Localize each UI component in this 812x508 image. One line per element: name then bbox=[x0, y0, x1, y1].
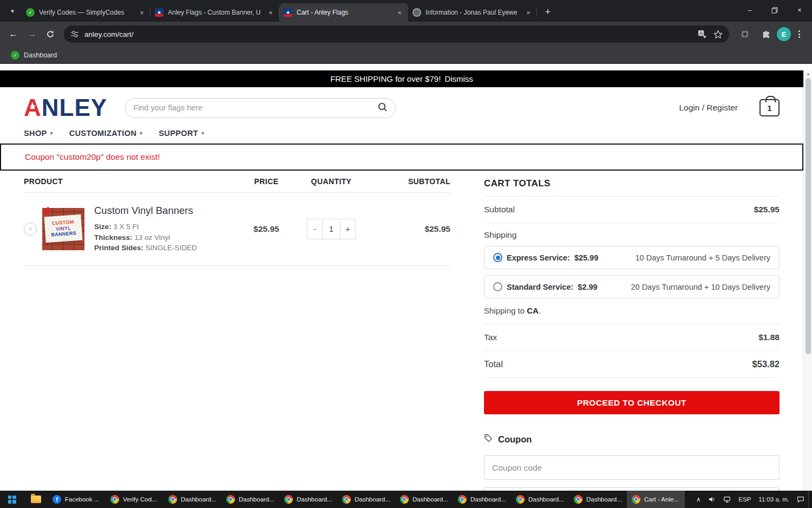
bookmark-dashboard[interactable]: ✓ Dashboard bbox=[6, 49, 61, 61]
close-icon[interactable]: × bbox=[266, 8, 275, 17]
new-tab-button[interactable]: + bbox=[540, 4, 555, 19]
qty-increase-button[interactable]: + bbox=[340, 219, 355, 239]
bookmark-star-icon[interactable] bbox=[713, 30, 723, 39]
taskbar-item-dashboard[interactable]: Dashboard... bbox=[337, 491, 395, 508]
logo-letters: NLEY bbox=[42, 94, 107, 121]
anley-logo[interactable]: ANLEY ★ bbox=[24, 96, 107, 120]
col-subtotal: SUBTOTAL bbox=[366, 177, 450, 186]
extensions-puzzle-icon[interactable] bbox=[756, 25, 775, 43]
cart-bag-icon[interactable]: 1 bbox=[759, 99, 780, 116]
qty-decrease-button[interactable]: - bbox=[307, 219, 322, 239]
page-scrollbar[interactable]: ▲ bbox=[803, 70, 812, 497]
show-desktop-strip[interactable] bbox=[808, 491, 812, 508]
product-details: Custom Vinyl Banners Size: 3 X 5 Ft Thic… bbox=[94, 205, 197, 253]
nav-item-shop[interactable]: SHOP ▾ bbox=[24, 129, 53, 138]
radio-selected-icon[interactable] bbox=[493, 253, 502, 262]
chrome-icon bbox=[458, 495, 467, 504]
product-image[interactable]: CUSTOM VINYL BANNERS bbox=[42, 208, 84, 250]
tag-icon bbox=[484, 434, 493, 445]
thumb-ribbon bbox=[42, 207, 51, 215]
anley-favicon: ★ bbox=[284, 8, 292, 17]
taskbar-item-dashboard[interactable]: Dashboard... bbox=[511, 491, 569, 508]
url-text[interactable]: anley.com/cart/ bbox=[84, 30, 134, 38]
close-icon[interactable]: × bbox=[524, 8, 533, 17]
scrollbar-thumb[interactable] bbox=[806, 78, 811, 354]
subtotal-row: Subtotal $25.95 bbox=[484, 196, 780, 223]
coupon-code-input[interactable] bbox=[484, 455, 780, 480]
tab-title: Information - Jonas Paul Eyewe bbox=[425, 9, 521, 16]
taskbar-item-facebook[interactable]: f Facebook ... bbox=[48, 491, 106, 508]
volume-icon[interactable] bbox=[704, 491, 719, 508]
file-explorer-button[interactable] bbox=[24, 491, 48, 508]
shipping-option-standard[interactable]: Standard Service: $2.99 20 Days Turnarou… bbox=[484, 275, 780, 298]
restore-button[interactable] bbox=[762, 0, 787, 21]
qty-value[interactable]: 1 bbox=[322, 219, 340, 239]
restore-icon bbox=[771, 7, 778, 14]
item-price: $25.95 bbox=[237, 224, 296, 234]
dismiss-link[interactable]: Dismiss bbox=[444, 74, 473, 83]
close-icon[interactable]: × bbox=[137, 8, 146, 17]
browser-toolbar: ← → anley.com/cart/ A E bbox=[0, 22, 812, 47]
tab-search-icon[interactable]: ▾ bbox=[5, 4, 19, 18]
close-window-button[interactable]: × bbox=[787, 0, 812, 21]
profile-avatar[interactable]: E bbox=[777, 27, 791, 41]
proceed-to-checkout-button[interactable]: PROCEED TO CHECKOUT bbox=[484, 391, 780, 414]
quantity-cell: - 1 + bbox=[296, 219, 366, 239]
reload-icon[interactable] bbox=[41, 25, 60, 43]
taskbar-item-verify-codes[interactable]: Verify Cod... bbox=[106, 491, 163, 508]
scroll-up-icon[interactable]: ▲ bbox=[806, 71, 810, 76]
translate-icon[interactable]: A bbox=[698, 30, 707, 39]
shipping-block: Shipping Express Service: $25.99 10 Days… bbox=[484, 223, 780, 324]
taskbar-item-dashboard[interactable]: Dashboard... bbox=[453, 491, 511, 508]
taskbar-item-cart-anley[interactable]: Cart - Anle... bbox=[627, 491, 685, 508]
windows-taskbar: f Facebook ... Verify Cod... Dashboard..… bbox=[0, 491, 812, 508]
page-viewport: FREE SHIPPING for over $79! Dismiss ANLE… bbox=[0, 70, 812, 497]
start-button[interactable] bbox=[0, 491, 24, 508]
radio-unselected-icon[interactable] bbox=[493, 282, 502, 291]
option-left: Standard Service: $2.99 bbox=[493, 282, 598, 291]
pinned-extension-icon[interactable] bbox=[736, 25, 754, 43]
chevron-down-icon: ▾ bbox=[50, 131, 53, 136]
tab-title: Anley Flags - Custom Banner, U bbox=[168, 9, 263, 16]
taskbar-item-dashboard[interactable]: Dashboard... bbox=[395, 491, 453, 508]
facebook-icon: f bbox=[53, 495, 61, 504]
shipping-option-express[interactable]: Express Service: $25.99 10 Days Turnarou… bbox=[484, 246, 780, 269]
item-subtotal: $25.95 bbox=[366, 224, 450, 234]
system-tray: ∧ ESP 11:03 a. m. bbox=[692, 491, 812, 508]
product-cell: × CUSTOM VINYL BANNERS Custom Vinyl Bann… bbox=[24, 205, 237, 253]
remove-item-icon[interactable]: × bbox=[24, 223, 37, 236]
dashboard-favicon: ✓ bbox=[11, 51, 19, 60]
page-content: FREE SHIPPING for over $79! Dismiss ANLE… bbox=[0, 70, 803, 508]
back-icon[interactable]: ← bbox=[4, 25, 23, 43]
language-indicator[interactable]: ESP bbox=[735, 491, 755, 508]
taskbar-item-dashboard[interactable]: Dashboard... bbox=[163, 491, 221, 508]
taskbar-item-dashboard[interactable]: Dashboard... bbox=[279, 491, 337, 508]
quantity-stepper: - 1 + bbox=[307, 219, 356, 239]
shipping-region: CA bbox=[527, 306, 539, 315]
taskbar-item-dashboard[interactable]: Dashboard... bbox=[569, 491, 627, 508]
minimize-button[interactable]: – bbox=[737, 0, 762, 21]
chrome-icon bbox=[632, 495, 640, 504]
tray-chevron-up-icon[interactable]: ∧ bbox=[692, 491, 704, 508]
taskbar-item-dashboard[interactable]: Dashboard... bbox=[221, 491, 279, 508]
tab-jonas-paul[interactable]: Information - Jonas Paul Eyewe × bbox=[408, 3, 537, 22]
tab-verify-codes[interactable]: ✓ Verify Codes — SimplyCodes × bbox=[22, 3, 150, 22]
product-title[interactable]: Custom Vinyl Banners bbox=[94, 205, 197, 217]
address-bar[interactable]: anley.com/cart/ A bbox=[64, 25, 729, 43]
search-icon[interactable] bbox=[377, 102, 388, 114]
action-center-icon[interactable] bbox=[793, 491, 808, 508]
browser-menu-icon[interactable] bbox=[793, 27, 806, 41]
network-icon[interactable] bbox=[719, 491, 735, 508]
search-input[interactable] bbox=[133, 103, 377, 112]
flag-search-bar[interactable] bbox=[125, 98, 396, 118]
clock[interactable]: 11:03 a. m. bbox=[755, 491, 793, 508]
close-icon[interactable]: × bbox=[395, 8, 404, 17]
forward-icon[interactable]: → bbox=[23, 25, 41, 43]
tab-anley-flags[interactable]: ★ Anley Flags - Custom Banner, U × bbox=[150, 3, 279, 22]
login-register-link[interactable]: Login / Register bbox=[679, 103, 738, 113]
total-value: $53.82 bbox=[752, 359, 780, 369]
nav-item-customization[interactable]: CUSTOMIZATION ▾ bbox=[69, 129, 143, 138]
site-settings-icon[interactable] bbox=[70, 30, 79, 38]
nav-item-support[interactable]: SUPPORT ▾ bbox=[159, 129, 204, 138]
tab-cart-anley[interactable]: ★ Cart - Anley Flags × bbox=[279, 3, 408, 22]
